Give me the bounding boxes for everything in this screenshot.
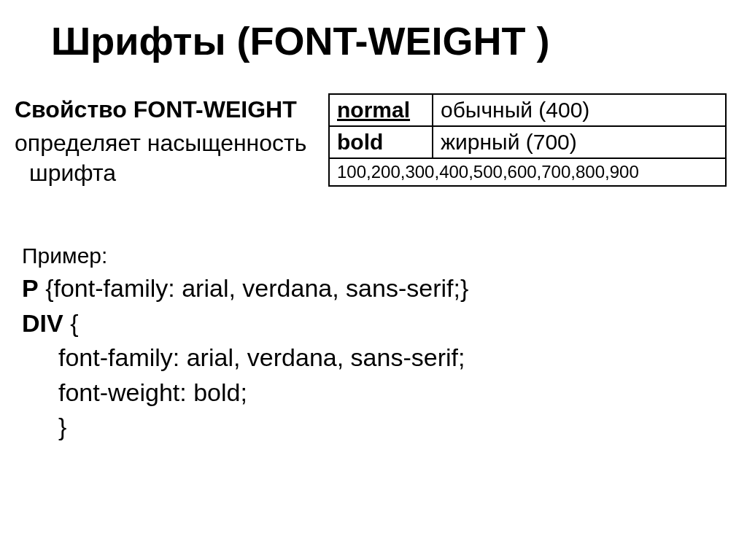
table-row: 100,200,300,400,500,600,700,800,900 xyxy=(329,158,726,186)
table-row: bold жирный (700) xyxy=(329,126,726,158)
example-line-div-2: font-weight: bold; xyxy=(22,376,468,411)
property-block: Свойство FONT-WEIGHT определяет насыщенн… xyxy=(15,95,321,189)
example-line-p: P {font-family: arial, verdana, sans-ser… xyxy=(22,271,468,306)
example-line-div-open: DIV { xyxy=(22,306,468,341)
rule-div-open: { xyxy=(63,309,79,337)
slide: Шрифты (FONT-WEIGHT ) Свойство FONT-WEIG… xyxy=(0,0,747,560)
cell-normal-val: обычный (400) xyxy=(433,94,726,126)
property-desc: определяет насыщенность шрифта xyxy=(15,128,321,189)
property-label: Свойство FONT-WEIGHT xyxy=(15,95,321,125)
example-block: Пример: P {font-family: arial, verdana, … xyxy=(22,241,468,445)
page-title: Шрифты (FONT-WEIGHT ) xyxy=(51,18,549,63)
values-table: normal обычный (400) bold жирный (700) 1… xyxy=(328,93,727,187)
table-row: normal обычный (400) xyxy=(329,94,726,126)
example-label: Пример: xyxy=(22,241,468,271)
cell-bold-val: жирный (700) xyxy=(433,126,726,158)
cell-bold-key: bold xyxy=(329,126,433,158)
example-line-div-close: } xyxy=(22,410,468,445)
cell-normal-key: normal xyxy=(329,94,433,126)
selector-p: P xyxy=(22,274,39,302)
rule-p-body: {font-family: arial, verdana, sans-serif… xyxy=(39,274,469,302)
cell-numeric-values: 100,200,300,400,500,600,700,800,900 xyxy=(329,158,726,186)
selector-div: DIV xyxy=(22,309,63,337)
example-line-div-1: font-family: arial, verdana, sans-serif; xyxy=(22,341,468,376)
